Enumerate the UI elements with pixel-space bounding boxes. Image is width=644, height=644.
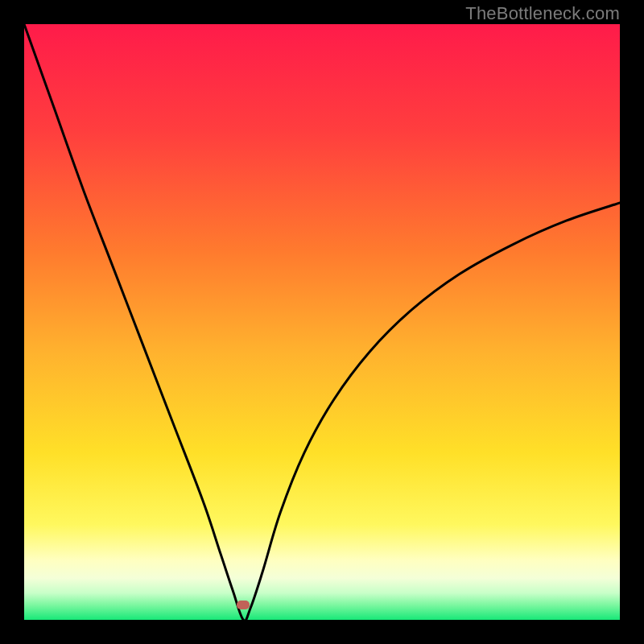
watermark-label: TheBottleneck.com [465,3,620,24]
chart-frame: TheBottleneck.com [0,0,644,644]
optimal-point-marker [237,601,250,609]
plot-area [24,24,620,620]
bottleneck-curve [24,24,620,620]
